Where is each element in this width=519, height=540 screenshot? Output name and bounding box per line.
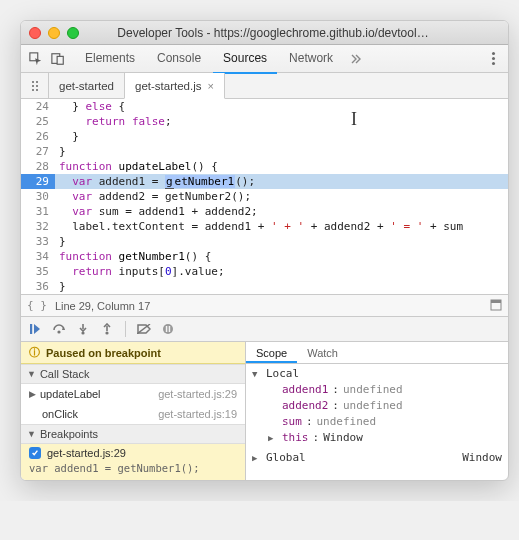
code-line[interactable]: 24 } else { xyxy=(21,99,508,114)
line-number[interactable]: 28 xyxy=(21,159,55,174)
cursor-position: Line 29, Column 17 xyxy=(55,300,150,312)
code-text[interactable]: var addend1 = getNumber1(); xyxy=(55,174,508,189)
code-editor[interactable]: 24 } else {25 return false;26 }27}28func… xyxy=(21,99,508,294)
scope-variable[interactable]: addend2: undefined xyxy=(252,398,502,414)
svg-rect-10 xyxy=(491,300,501,303)
scope-variable[interactable]: addend1: undefined xyxy=(252,382,502,398)
coverage-icon[interactable] xyxy=(490,299,502,313)
panel-tabs: Elements Console Sources Network xyxy=(75,44,343,74)
svg-rect-6 xyxy=(36,81,38,83)
file-tab-label: get-started.js xyxy=(135,80,201,92)
code-text[interactable]: var sum = addend1 + addend2; xyxy=(55,204,508,219)
line-number[interactable]: 34 xyxy=(21,249,55,264)
code-text[interactable]: function getNumber1() { xyxy=(55,249,508,264)
paused-banner: ⓘ Paused on breakpoint xyxy=(21,342,245,364)
debugger-toolbar xyxy=(21,316,508,342)
line-number[interactable]: 29 xyxy=(21,174,55,189)
titlebar[interactable]: Developer Tools - https://googlechrome.g… xyxy=(21,21,508,45)
inspect-icon[interactable] xyxy=(27,50,45,68)
deactivate-breakpoints-icon[interactable] xyxy=(136,321,152,337)
pause-on-exceptions-icon[interactable] xyxy=(160,321,176,337)
code-line[interactable]: 34function getNumber1() { xyxy=(21,249,508,264)
code-text[interactable]: return inputs[0].value; xyxy=(55,264,508,279)
code-line[interactable]: 28function updateLabel() { xyxy=(21,159,508,174)
step-over-icon[interactable] xyxy=(51,321,67,337)
svg-point-13 xyxy=(81,331,84,334)
code-line[interactable]: 30 var addend2 = getNumber2(); xyxy=(21,189,508,204)
tab-watch[interactable]: Watch xyxy=(297,342,348,363)
code-text[interactable]: var addend2 = getNumber2(); xyxy=(55,189,508,204)
line-number[interactable]: 26 xyxy=(21,129,55,144)
breakpoint-label: get-started.js:29 xyxy=(47,447,126,459)
line-number[interactable]: 35 xyxy=(21,264,55,279)
svg-rect-4 xyxy=(32,85,34,87)
scope-this[interactable]: ▶this: Window xyxy=(252,430,502,446)
line-number[interactable]: 27 xyxy=(21,144,55,159)
scope-variable[interactable]: sum: undefined xyxy=(252,414,502,430)
code-text[interactable]: } xyxy=(55,144,508,159)
code-text[interactable]: } xyxy=(55,234,508,249)
breakpoint-item[interactable]: get-started.js:29 var addend1 = getNumbe… xyxy=(21,444,245,480)
code-text[interactable]: } else { xyxy=(55,99,508,114)
step-into-icon[interactable] xyxy=(75,321,91,337)
code-text[interactable]: } xyxy=(55,129,508,144)
scope-body: ▼Local addend1: undefinedaddend2: undefi… xyxy=(246,364,508,468)
code-line[interactable]: 29 var addend1 = getNumber1(); xyxy=(21,174,508,189)
tab-scope[interactable]: Scope xyxy=(246,342,297,363)
code-line[interactable]: 31 var sum = addend1 + addend2; xyxy=(21,204,508,219)
code-text[interactable]: return false; xyxy=(55,114,508,129)
tab-network[interactable]: Network xyxy=(279,44,343,74)
tab-console[interactable]: Console xyxy=(147,44,211,74)
pretty-print-icon[interactable]: { } xyxy=(27,299,47,312)
editor-status-bar: { } Line 29, Column 17 xyxy=(21,294,508,316)
scope-local-header[interactable]: ▼Local xyxy=(252,366,502,382)
checkbox-checked-icon[interactable] xyxy=(29,447,41,459)
tab-elements[interactable]: Elements xyxy=(75,44,145,74)
disclosure-triangle-icon: ▼ xyxy=(27,429,36,439)
debugger-right-pane: Scope Watch ▼Local addend1: undefinedadd… xyxy=(246,342,508,480)
devtools-window: Developer Tools - https://googlechrome.g… xyxy=(20,20,509,481)
line-number[interactable]: 32 xyxy=(21,219,55,234)
code-text[interactable]: label.textContent = addend1 + ' + ' + ad… xyxy=(55,219,508,234)
code-line[interactable]: 33} xyxy=(21,234,508,249)
step-out-icon[interactable] xyxy=(99,321,115,337)
file-tab-label: get-started xyxy=(59,80,114,92)
code-line[interactable]: 25 return false; xyxy=(21,114,508,129)
line-number[interactable]: 33 xyxy=(21,234,55,249)
tab-sources[interactable]: Sources xyxy=(213,44,277,74)
device-toggle-icon[interactable] xyxy=(49,50,67,68)
line-number[interactable]: 25 xyxy=(21,114,55,129)
code-text[interactable]: } xyxy=(55,279,508,294)
breakpoints-header[interactable]: ▼ Breakpoints xyxy=(21,424,245,444)
zoom-icon[interactable] xyxy=(67,27,79,39)
kebab-menu-icon[interactable] xyxy=(484,50,502,68)
code-line[interactable]: 35 return inputs[0].value; xyxy=(21,264,508,279)
line-number[interactable]: 30 xyxy=(21,189,55,204)
line-number[interactable]: 31 xyxy=(21,204,55,219)
scope-global-header[interactable]: ▶Global Window xyxy=(252,450,502,466)
svg-rect-5 xyxy=(32,89,34,91)
code-line[interactable]: 32 label.textContent = addend1 + ' + ' +… xyxy=(21,219,508,234)
file-tab-get-started[interactable]: get-started xyxy=(48,73,125,98)
svg-point-16 xyxy=(163,324,173,334)
call-stack-frame[interactable]: onClickget-started.js:19 xyxy=(21,404,245,424)
call-stack-header[interactable]: ▼ Call Stack xyxy=(21,364,245,384)
resume-icon[interactable] xyxy=(27,321,43,337)
code-line[interactable]: 26 } xyxy=(21,129,508,144)
code-line[interactable]: 27} xyxy=(21,144,508,159)
line-number[interactable]: 24 xyxy=(21,99,55,114)
code-line[interactable]: 36} xyxy=(21,279,508,294)
svg-rect-7 xyxy=(36,85,38,87)
code-text[interactable]: function updateLabel() { xyxy=(55,159,508,174)
file-tab-get-started-js[interactable]: get-started.js × xyxy=(124,73,225,99)
minimize-icon[interactable] xyxy=(48,27,60,39)
navigator-toggle-icon[interactable] xyxy=(25,73,49,98)
call-stack-frame[interactable]: ▶updateLabelget-started.js:29 xyxy=(21,384,245,404)
close-tab-icon[interactable]: × xyxy=(207,80,213,92)
more-tabs-icon[interactable] xyxy=(347,50,365,68)
svg-rect-18 xyxy=(169,326,171,332)
window-title: Developer Tools - https://googlechrome.g… xyxy=(86,26,500,40)
svg-rect-8 xyxy=(36,89,38,91)
line-number[interactable]: 36 xyxy=(21,279,55,294)
close-icon[interactable] xyxy=(29,27,41,39)
